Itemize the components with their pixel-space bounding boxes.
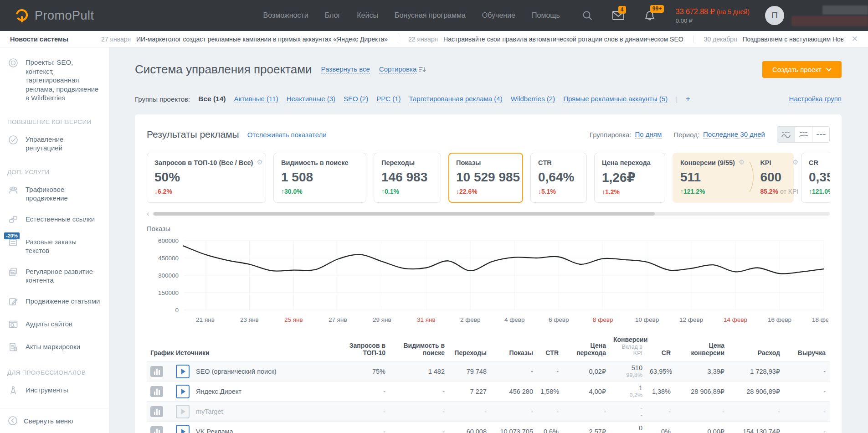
conversions-value: 0 <box>613 424 642 432</box>
balance[interactable]: 33 672.88 ₽ (на 5 дней) 0.00 ₽ <box>676 7 750 24</box>
groups-settings-link[interactable]: Настройка групп <box>789 95 842 103</box>
group-filter[interactable]: PPC (1) <box>376 95 401 103</box>
grouping-select[interactable]: По дням <box>635 130 662 139</box>
column-header-chart: График <box>147 349 172 356</box>
metric-card[interactable]: Цена перехода1,26₽↑1.2% <box>594 153 665 203</box>
nav-item[interactable]: Бонусная программа <box>395 11 466 20</box>
metric-card[interactable]: CR0,35%↑121.0% <box>801 153 830 203</box>
nav-item[interactable]: Кейсы <box>357 11 378 20</box>
reputation-icon <box>7 134 19 146</box>
mail-icon[interactable]: 4 <box>612 10 625 21</box>
source-cell: myTarget <box>172 405 334 418</box>
metric-cell: - <box>562 408 610 415</box>
group-filter[interactable]: Таргетированная реклама (4) <box>409 95 503 103</box>
metric-card[interactable]: Переходы146 983↑0.1% <box>374 153 441 203</box>
column-header: Показы <box>490 349 537 356</box>
sidebar-item[interactable]: Регулярное развитие контента <box>0 261 109 291</box>
group-filter[interactable]: Прямые рекламные аккаунты (5) <box>563 95 668 103</box>
sidebar-item[interactable]: Акты маркировки <box>0 336 109 359</box>
search-icon[interactable] <box>582 10 593 21</box>
create-project-button[interactable]: Создать проект <box>762 61 842 78</box>
conversions-kpi-card[interactable]: Конверсии (9/55)⚙511↑121.2%KPI⚙60085.2% … <box>673 153 794 203</box>
panel-title: Результаты рекламы <box>147 129 239 140</box>
articles-icon <box>7 296 19 308</box>
sidebar-item[interactable]: Трафиковое продвижение <box>0 179 109 209</box>
chevron-down-icon <box>826 68 832 72</box>
group-filter[interactable]: Все (14) <box>198 95 226 103</box>
metric-card[interactable]: Запросов в ТОП-10 (Все / Все)⚙50%↓6.2% <box>147 153 266 203</box>
bell-icon[interactable]: 99+ <box>644 10 656 21</box>
projects-icon <box>7 57 19 69</box>
sidebar-item[interactable]: Проекты: SEO, контекст, таргетированная … <box>0 52 109 108</box>
metric-delta: ↑121.0% <box>809 188 830 195</box>
metric-cell: - <box>784 408 829 415</box>
avatar[interactable]: П <box>765 6 784 25</box>
expand-all-link[interactable]: Развернуть все <box>321 65 370 74</box>
play-button[interactable] <box>176 385 190 398</box>
metric-label: Запросов в ТОП-10 (Все / Все) <box>154 159 253 167</box>
scroll-left-icon[interactable]: ‹ <box>147 210 149 217</box>
sort-icon[interactable] <box>419 66 426 73</box>
metric-value: 0,35% <box>809 170 830 185</box>
conversions-value: 1 <box>613 384 642 392</box>
scrollbar-track[interactable] <box>153 212 830 216</box>
gear-icon[interactable]: ⚙ <box>257 159 262 166</box>
group-filter[interactable]: SEO (2) <box>344 95 368 103</box>
news-link[interactable]: Настраивайте свои правила автоматической… <box>443 36 683 43</box>
conversions-share: - <box>613 412 642 418</box>
sidebar-item[interactable]: Аудиты сайтов <box>0 314 109 336</box>
scrollbar-thumb[interactable] <box>154 212 654 216</box>
group-filter[interactable]: Wildberries (2) <box>511 95 555 103</box>
metric-cell: 456 280 <box>490 388 537 395</box>
add-group-button[interactable]: + <box>686 94 690 103</box>
sidebar-item-label: Разовые заказы текстов <box>26 237 102 255</box>
gear-icon[interactable]: ⚙ <box>739 159 745 166</box>
group-filter[interactable]: Активные (11) <box>234 95 278 103</box>
metric-cell: 7 227 <box>448 388 490 395</box>
column-header: КонверсииВклад в KPI <box>610 336 646 356</box>
play-button[interactable] <box>176 365 190 378</box>
sorting-link[interactable]: Сортировка <box>379 65 416 74</box>
group-filter[interactable]: Неактивные (3) <box>287 95 335 103</box>
sidebar-item[interactable]: Продвижение статьями <box>0 291 109 314</box>
series-toggle-button[interactable] <box>150 406 163 417</box>
metric-label: Показы <box>456 159 481 167</box>
metric-delta: ↓6.2% <box>154 188 258 195</box>
close-icon[interactable]: ✕ <box>852 34 858 44</box>
metric-cell: -- <box>610 404 646 418</box>
nav-item[interactable]: Обучение <box>482 11 515 20</box>
series-toggle-button[interactable] <box>150 386 163 397</box>
collapse-menu-label: Свернуть меню <box>24 417 73 425</box>
track-metrics-link[interactable]: Отслеживать показатели <box>247 131 327 139</box>
news-link[interactable]: Поздравляем с наступающим Новым годом и … <box>743 36 843 43</box>
period-select[interactable]: Последние 30 дней <box>703 130 765 139</box>
brand-logo[interactable]: PromoPult <box>14 7 94 24</box>
gear-icon[interactable]: ⚙ <box>792 159 798 166</box>
x-axis-tick: 29 янв <box>373 316 391 323</box>
sidebar-item[interactable]: Инструменты <box>0 380 109 402</box>
metric-label: Цена перехода <box>602 159 651 167</box>
sidebar-item-label: Акты маркировки <box>26 342 80 351</box>
view-combo-button[interactable] <box>777 127 795 142</box>
kpi-suffix: от KPI <box>780 188 798 195</box>
sidebar-item[interactable]: Управление репутацией <box>0 129 109 159</box>
view-dash-button[interactable] <box>812 127 829 142</box>
metric-delta: ↓5.1% <box>538 188 579 195</box>
nav-item[interactable]: Помощь <box>532 11 560 20</box>
view-line-button[interactable] <box>795 127 812 142</box>
series-toggle-button[interactable] <box>150 426 163 433</box>
sidebar-item[interactable]: Естественные ссылки <box>0 209 109 232</box>
news-link[interactable]: ИИ-маркетолог создаст рекламные кампании… <box>136 36 388 43</box>
series-toggle-button[interactable] <box>150 366 163 377</box>
collapse-menu-button[interactable]: Свернуть меню <box>0 408 109 433</box>
play-button[interactable] <box>176 405 190 418</box>
nav-item[interactable]: Блог <box>325 11 341 20</box>
metric-card[interactable]: Видимость в поиске1 508↑30.0% <box>273 153 366 203</box>
play-button[interactable] <box>176 425 190 433</box>
metric-cell: - <box>728 408 784 415</box>
sidebar-item[interactable]: -20%Разовые заказы текстов <box>0 232 109 261</box>
metric-card[interactable]: CTR0,64%↓5.1% <box>530 153 587 203</box>
column-header: Расход <box>728 349 784 356</box>
nav-item[interactable]: Возможности <box>263 11 308 20</box>
metric-card[interactable]: Показы10 529 985↓22.6% <box>448 153 523 203</box>
